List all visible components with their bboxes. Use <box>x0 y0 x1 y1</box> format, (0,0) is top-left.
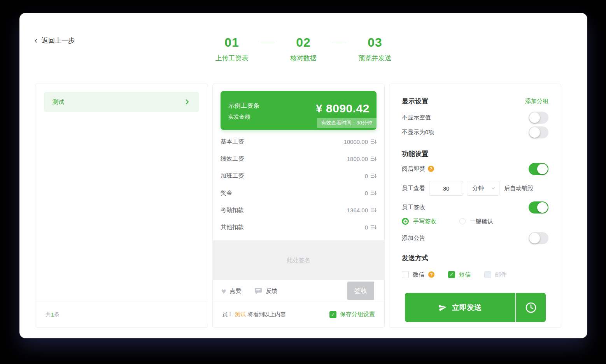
group-list-item[interactable]: 测试 <box>44 92 199 112</box>
step-connector <box>332 43 347 43</box>
save-group-settings-checkbox[interactable]: ✓ 保存分组设置 <box>329 311 375 318</box>
salary-row: 加班工资 0 <box>221 167 377 184</box>
sign-receive-button[interactable]: 签收 <box>347 282 374 300</box>
email-checkbox[interactable]: ✓ 邮件 <box>484 271 507 278</box>
employee-sign-row: 员工签收 <box>402 201 548 214</box>
heart-icon: ♥ <box>221 287 226 295</box>
burn-after-read-row: 阅后即焚 ? <box>402 163 548 175</box>
employee-name: 测试 <box>235 311 246 318</box>
step-preview-send: 03 预览并发送 <box>350 35 400 63</box>
settings-panel: 显示设置 添加分组 不显示空值 不显示为0项 功能设置 阅后即焚 ? 员工查看 <box>389 84 561 328</box>
salary-row: 其他扣款 0 <box>221 219 377 236</box>
view-duration-input[interactable] <box>429 181 463 196</box>
help-icon[interactable]: ? <box>428 166 434 172</box>
sort-icon[interactable] <box>371 207 377 213</box>
paper-plane-icon <box>438 303 448 312</box>
add-group-link[interactable]: 添加分组 <box>525 98 548 105</box>
checkbox-icon: ✓ <box>484 271 491 278</box>
checkbox-icon: ✓ <box>402 271 409 278</box>
send-button-group: 立即发送 <box>405 293 546 322</box>
wechat-checkbox[interactable]: ✓ 微信 ? <box>402 271 434 278</box>
step-label: 预览并发送 <box>350 54 400 63</box>
steps-indicator: 01 上传工资表 02 核对数据 03 预览并发送 <box>19 35 587 63</box>
step-verify: 02 核对数据 <box>278 35 329 63</box>
like-button[interactable]: ♥ 点赞 <box>221 287 241 295</box>
step-label: 上传工资表 <box>207 54 257 63</box>
step-upload: 01 上传工资表 <box>207 35 257 63</box>
group-name: 测试 <box>53 98 64 106</box>
groups-panel: 测试 共1条 <box>35 84 208 328</box>
sign-mode-row: 手写签收 一键确认 <box>402 216 548 227</box>
announcement-row: 添加公告 <box>402 232 548 244</box>
preview-panel: 示例工资条 实发金额 ¥ 8090.42 有效查看时间：30分钟 基本工资 10… <box>212 84 385 328</box>
groups-count: 共1条 <box>35 301 208 327</box>
radio-icon <box>402 218 409 225</box>
signature-placeholder: 此处签名 <box>287 257 310 264</box>
display-settings-header: 显示设置 添加分组 <box>402 96 548 106</box>
send-now-button[interactable]: 立即发送 <box>405 293 515 322</box>
section-title: 发送方式 <box>402 254 428 262</box>
help-icon[interactable]: ? <box>428 271 434 278</box>
salary-row: 基本工资 10000.00 <box>221 133 377 150</box>
step-connector <box>260 43 275 43</box>
checkbox-icon: ✓ <box>448 271 455 278</box>
salary-row: 考勤扣款 1364.00 <box>221 201 377 219</box>
step-number: 01 <box>207 35 257 50</box>
valid-time-badge: 有效查看时间：30分钟 <box>317 118 377 128</box>
count-value: 1 <box>51 312 54 318</box>
duration-unit-select[interactable]: 分钟 <box>467 181 499 196</box>
feature-settings-header: 功能设置 <box>402 149 548 158</box>
handwritten-sign-radio[interactable]: 手写签收 <box>402 218 436 225</box>
one-click-confirm-radio[interactable]: 一键确认 <box>459 218 493 225</box>
step-label: 核对数据 <box>278 54 329 63</box>
preview-footer: 员工 测试 将看到以上内容 ✓ 保存分组设置 <box>213 301 384 327</box>
count-prefix: 共 <box>46 311 51 318</box>
chevron-right-icon <box>184 98 191 105</box>
sort-icon[interactable] <box>371 224 377 230</box>
salary-row: 奖金 0 <box>221 184 377 201</box>
feedback-button[interactable]: 反馈 <box>254 287 277 295</box>
hide-zero-toggle[interactable] <box>529 126 548 138</box>
sms-checkbox[interactable]: ✓ 短信 <box>448 271 471 278</box>
send-method-header: 发送方式 <box>402 253 548 262</box>
net-amount: ¥ 8090.42 <box>316 102 370 115</box>
step-number: 02 <box>278 35 329 50</box>
comment-icon <box>254 287 262 295</box>
chevron-down-icon <box>490 186 496 191</box>
send-method-row: ✓ 微信 ? ✓ 短信 ✓ 邮件 <box>402 268 548 281</box>
schedule-send-button[interactable] <box>516 293 546 322</box>
section-title: 显示设置 <box>402 97 428 106</box>
clock-icon <box>524 301 538 314</box>
card-title: 示例工资条 <box>228 102 259 110</box>
signature-area[interactable]: 此处签名 <box>213 240 384 280</box>
hide-zero-row: 不显示为0项 <box>402 126 548 138</box>
card-subtitle: 实发金额 <box>228 114 259 121</box>
radio-icon <box>459 218 466 224</box>
sort-icon[interactable] <box>371 173 377 178</box>
count-suffix: 条 <box>54 311 60 318</box>
sort-icon[interactable] <box>371 156 377 161</box>
hide-empty-row: 不显示空值 <box>402 111 548 124</box>
hide-empty-toggle[interactable] <box>529 112 548 124</box>
burn-after-read-toggle[interactable] <box>529 163 548 175</box>
employee-sign-toggle[interactable] <box>529 201 548 214</box>
step-number: 03 <box>350 35 400 50</box>
checkbox-icon: ✓ <box>329 311 336 318</box>
announcement-toggle[interactable] <box>529 232 548 244</box>
salary-rows: 基本工资 10000.00 绩效工资 1800.00 加班工资 0 奖金 0 <box>213 130 384 236</box>
salary-send-window: 返回上一步 01 上传工资表 02 核对数据 03 预览并发送 测试 <box>19 13 587 338</box>
salary-row: 绩效工资 1800.00 <box>221 150 377 167</box>
view-duration-row: 员工查看 分钟 后自动销毁 <box>402 181 548 196</box>
sort-icon[interactable] <box>371 139 377 144</box>
sort-icon[interactable] <box>371 190 377 196</box>
salary-summary-card: 示例工资条 实发金额 ¥ 8090.42 有效查看时间：30分钟 <box>221 91 377 130</box>
preview-action-bar: ♥ 点赞 反馈 签收 <box>213 280 384 302</box>
main-content: 测试 共1条 示例工资条 实发金额 ¥ 8090.42 有效查看时间：30分钟 <box>35 84 561 328</box>
section-title: 功能设置 <box>402 149 428 158</box>
